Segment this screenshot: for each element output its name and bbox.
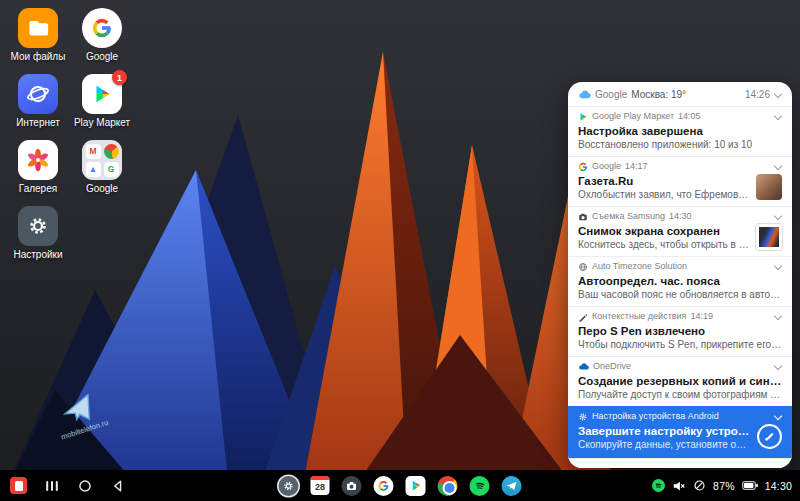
app-label: Google (86, 51, 118, 62)
notification-timezone[interactable]: Auto Timezone Solution Автоопредел. час.… (568, 257, 792, 306)
home-button[interactable] (77, 478, 93, 494)
drive-mini-icon: ▲ (86, 162, 101, 177)
app-gallery[interactable]: Галерея (6, 140, 70, 206)
google-g-icon (578, 162, 588, 172)
globe-icon (578, 262, 588, 272)
weather-app-name: Google (595, 89, 627, 100)
gmail-mini-icon: M (86, 144, 101, 159)
navigation-bar (10, 470, 126, 501)
taskbar-google-icon[interactable] (374, 476, 394, 496)
notification-app-name: Google (592, 161, 621, 172)
weather-time: 14:26 (745, 89, 770, 100)
taskbar-app-icons: 28 (279, 470, 522, 501)
notification-screenshot[interactable]: Съемка Samsung 14:30 Снимок экрана сохра… (568, 207, 792, 256)
clock: 14:30 (765, 480, 792, 492)
chevron-down-icon[interactable] (774, 413, 782, 421)
app-play-market[interactable]: 1 Play Маркет (70, 74, 134, 140)
status-area: 87% 14:30 (652, 470, 792, 501)
notification-body: Охлобыстин заявил, что Ефремов загипноти… (578, 189, 750, 201)
app-label: Галерея (19, 183, 57, 194)
battery-icon (742, 481, 758, 490)
taskbar-play-store-icon[interactable] (406, 476, 426, 496)
app-folder-google[interactable]: M ▲ G Google (70, 140, 134, 206)
taskbar-chrome-icon[interactable] (438, 476, 458, 496)
chrome-mini-icon (104, 144, 119, 159)
onedrive-cloud-icon (578, 361, 589, 372)
samsung-internet-planet-icon (18, 74, 58, 114)
weather-notification[interactable]: Google Москва: 19° 14:26 (568, 82, 792, 106)
notification-body: Восстановлено приложений: 10 из 10 (578, 139, 782, 151)
taskbar-spotify-icon[interactable] (470, 476, 490, 496)
back-button[interactable] (110, 478, 126, 494)
app-label: Google (86, 183, 118, 194)
chevron-down-icon[interactable] (774, 163, 782, 171)
notification-google-news[interactable]: Google 14:17 Газета.Ru Охлобыстин заявил… (568, 157, 792, 206)
notification-body: Ваш часовой пояс не обновляется в автома… (578, 289, 782, 301)
gallery-pinwheel-icon (18, 140, 58, 180)
s-pen-icon (578, 312, 588, 322)
notification-body: Коснитесь здесь, чтобы открыть в галерее… (578, 239, 750, 251)
notification-app-name: Google Play Маркет (592, 111, 674, 122)
app-my-files[interactable]: Мои файлы (6, 8, 70, 74)
app-google[interactable]: Google (70, 8, 134, 74)
notification-panel-footer: Настройки уведомлений Очистить (568, 458, 792, 468)
notification-app-name: Съемка Samsung (592, 211, 665, 222)
chevron-down-icon[interactable] (774, 263, 782, 271)
notification-device-setup[interactable]: Настройка устройства Android Завершите н… (568, 406, 792, 458)
calendar-day: 28 (311, 480, 330, 494)
volume-mute-icon[interactable] (672, 479, 686, 493)
notification-s-pen[interactable]: Контекстные действия 14:19 Перо S Pen из… (568, 307, 792, 356)
tablet-home-screen: mobiltelefon.ru Мои файлы (0, 0, 800, 501)
notification-app-name: Настройка устройства Android (592, 411, 719, 422)
my-files-folder-icon (18, 8, 58, 48)
taskbar-calendar-icon[interactable]: 28 (311, 476, 330, 495)
google-g-icon (82, 8, 122, 48)
notification-app-name: Контекстные действия (592, 311, 686, 322)
taskbar-telegram-icon[interactable] (502, 476, 522, 496)
notification-title: Автоопредел. час. пояса (578, 274, 782, 288)
notification-settings-button[interactable]: Настройки уведомлений (580, 466, 699, 468)
notification-title: Снимок экрана сохранен (578, 224, 750, 238)
chevron-down-icon[interactable] (774, 363, 782, 371)
news-thumbnail (756, 174, 782, 200)
play-store-triangle-icon: 1 (82, 74, 122, 114)
chevron-down-icon[interactable] (774, 313, 782, 321)
notification-body: Скопируйте данные, установите обои и вып… (578, 439, 751, 451)
app-label: Play Маркет (74, 117, 130, 128)
app-settings[interactable]: Настройки (6, 206, 70, 272)
google-mini-icon: G (104, 162, 119, 177)
desktop-app-grid: Мои файлы Google (6, 8, 134, 272)
notification-time: 14:30 (669, 211, 692, 222)
notification-badge: 1 (112, 70, 127, 85)
chevron-down-icon[interactable] (774, 113, 782, 121)
taskbar: 28 (0, 470, 800, 501)
notification-title: Завершите настройку устройства SM-T970 (578, 424, 751, 438)
recents-button[interactable] (44, 478, 60, 494)
camera-icon (578, 212, 588, 222)
taskbar-settings-icon[interactable] (279, 476, 299, 496)
pinned-app-icon[interactable] (10, 477, 27, 494)
notification-time: 14:05 (678, 111, 701, 122)
do-not-disturb-icon[interactable] (693, 479, 706, 492)
google-folder-icon: M ▲ G (82, 140, 122, 180)
spotify-status-icon[interactable] (652, 479, 665, 492)
notification-app-name: Auto Timezone Solution (592, 261, 687, 272)
notification-panel: Google Москва: 19° 14:26 Google Play Мар… (568, 82, 792, 468)
app-label: Мои файлы (11, 51, 66, 62)
notification-app-name: OneDrive (593, 361, 631, 372)
battery-percentage: 87% (713, 480, 735, 492)
chevron-down-icon[interactable] (774, 91, 782, 99)
screenshot-thumbnail (756, 224, 782, 250)
notification-title: Настройка завершена (578, 124, 782, 138)
notification-time: 14:17 (625, 161, 648, 172)
taskbar-camera-icon[interactable] (342, 476, 362, 496)
clear-notifications-button[interactable]: Очистить (734, 466, 780, 468)
weather-cloud-icon (578, 88, 591, 101)
setup-gear-icon (578, 412, 588, 422)
app-label: Настройки (13, 249, 62, 260)
app-label: Интернет (16, 117, 60, 128)
notification-play-market[interactable]: Google Play Маркет 14:05 Настройка завер… (568, 107, 792, 156)
app-internet[interactable]: Интернет (6, 74, 70, 140)
chevron-down-icon[interactable] (774, 213, 782, 221)
notification-onedrive[interactable]: OneDrive Создание резервных копий и синх… (568, 357, 792, 406)
